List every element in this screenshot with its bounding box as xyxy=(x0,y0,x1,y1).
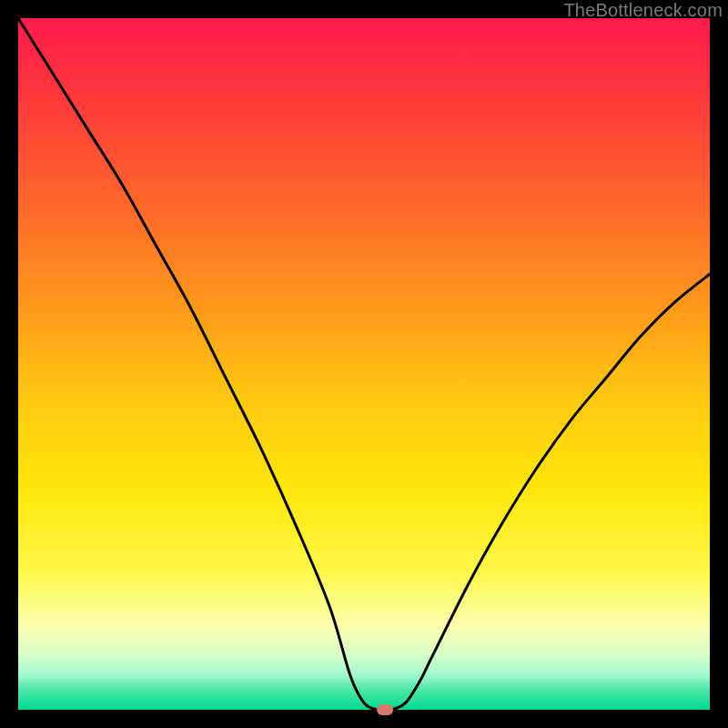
chart-frame: TheBottleneck.com xyxy=(0,0,728,728)
watermark-label: TheBottleneck.com xyxy=(563,0,723,21)
plot-area xyxy=(18,18,710,710)
bottleneck-curve xyxy=(18,18,710,710)
optimum-marker xyxy=(377,704,393,715)
